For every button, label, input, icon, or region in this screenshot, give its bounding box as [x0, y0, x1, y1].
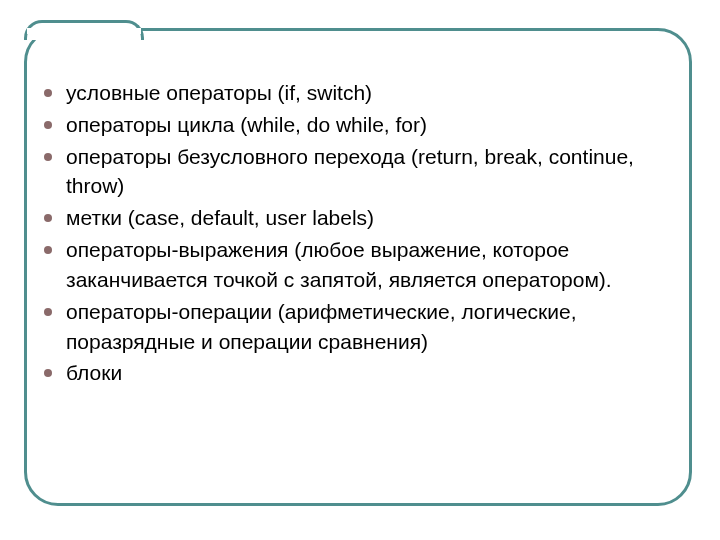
list-item: условные операторы (if, switch) — [38, 78, 698, 108]
slide-content: условные операторы (if, switch) оператор… — [38, 78, 698, 390]
list-item: операторы цикла (while, do while, for) — [38, 110, 698, 140]
frame-tab-mask — [27, 28, 141, 34]
list-item: операторы безусловного перехода (return,… — [38, 142, 698, 202]
list-item: метки (case, default, user labels) — [38, 203, 698, 233]
list-item: операторы-операции (арифметические, логи… — [38, 297, 698, 357]
bullet-list: условные операторы (if, switch) оператор… — [38, 78, 698, 388]
list-item: блоки — [38, 358, 698, 388]
list-item: операторы-выражения (любое выражение, ко… — [38, 235, 698, 295]
